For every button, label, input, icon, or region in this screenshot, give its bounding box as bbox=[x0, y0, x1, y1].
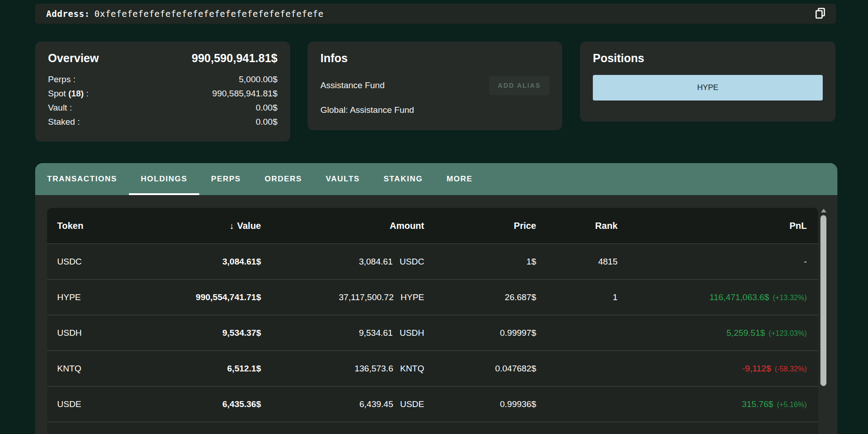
copy-icon bbox=[814, 6, 827, 21]
column-header-rank[interactable]: Rank bbox=[536, 221, 618, 231]
token-amount: 3,084.61USDC bbox=[261, 257, 424, 267]
token-amount: 37,117,500.72HYPE bbox=[261, 292, 424, 302]
position-hype-button[interactable]: HYPE bbox=[593, 75, 823, 101]
token-ticker: USDE bbox=[400, 399, 424, 409]
overview-total-value: 990,590,941.81$ bbox=[192, 52, 277, 65]
table-row-usde[interactable]: USDE 6,435.36$ 6,439.45USDE 0.99936$ 315… bbox=[47, 386, 818, 422]
token-ticker: USDH bbox=[399, 328, 424, 338]
token-rank: 4815 bbox=[536, 257, 618, 267]
tab-transactions[interactable]: TRANSACTIONS bbox=[35, 163, 129, 195]
token-price: 0.99997$ bbox=[424, 328, 536, 338]
token-amount: 6,439.45USDE bbox=[261, 399, 424, 409]
table-row-kntq[interactable]: KNTQ 6,512.1$ 136,573.6KNTQ 0.047682$ -9… bbox=[47, 350, 818, 386]
token-name: USDE bbox=[47, 399, 125, 409]
positions-title: Positions bbox=[593, 52, 823, 65]
spot-label: Spot (18) : bbox=[48, 86, 89, 101]
token-value: 3,084.61$ bbox=[125, 257, 261, 267]
token-pnl-percent: (-58.32%) bbox=[775, 365, 807, 373]
holdings-table: Token ↓Value Amount Price Rank PnL USDC … bbox=[47, 208, 818, 434]
token-ticker: KNTQ bbox=[400, 364, 424, 373]
token-name: HYPE bbox=[47, 292, 125, 302]
token-value: 6,435.36$ bbox=[125, 399, 261, 409]
table-row-partial bbox=[47, 422, 818, 434]
perps-value: 5,000.00$ bbox=[239, 72, 277, 86]
token-amount: 136,573.6KNTQ bbox=[261, 364, 424, 374]
token-price: 1$ bbox=[424, 257, 536, 267]
overview-row-perps: Perps : 5,000.00$ bbox=[48, 72, 277, 86]
column-header-value[interactable]: ↓Value bbox=[125, 221, 261, 231]
tab-holdings[interactable]: HOLDINGS bbox=[129, 163, 199, 195]
infos-card: Infos Assistance Fund ADD ALIAS Global: … bbox=[308, 42, 562, 130]
perps-label: Perps : bbox=[48, 72, 75, 86]
sort-descending-icon: ↓ bbox=[229, 221, 234, 231]
overview-row-spot: Spot (18) : 990,585,941.81$ bbox=[48, 86, 277, 101]
token-pnl: -9,112$(-58.32%) bbox=[618, 364, 818, 374]
token-price: 0.99936$ bbox=[424, 399, 536, 409]
table-row-hype[interactable]: HYPE 990,554,741.71$ 37,117,500.72HYPE 2… bbox=[47, 279, 818, 315]
infos-title: Infos bbox=[320, 52, 549, 65]
overview-card: Overview 990,590,941.81$ Perps : 5,000.0… bbox=[35, 42, 290, 142]
table-header-row: Token ↓Value Amount Price Rank PnL bbox=[47, 208, 818, 243]
column-header-pnl[interactable]: PnL bbox=[618, 221, 818, 231]
token-pnl-percent: (+13.32%) bbox=[773, 294, 807, 302]
scrollbar-thumb[interactable] bbox=[820, 215, 826, 386]
token-ticker: HYPE bbox=[400, 292, 424, 302]
table-row-usdc[interactable]: USDC 3,084.61$ 3,084.61USDC 1$ 4815 - bbox=[47, 243, 818, 279]
tab-bar: TRANSACTIONS HOLDINGS PERPS ORDERS VAULT… bbox=[35, 163, 837, 195]
table-row-usdh[interactable]: USDH 9,534.37$ 9,534.61USDH 0.99997$ 5,2… bbox=[47, 315, 818, 350]
tab-perps[interactable]: PERPS bbox=[199, 163, 253, 195]
column-header-token[interactable]: Token bbox=[47, 221, 125, 231]
token-value: 9,534.37$ bbox=[125, 328, 261, 338]
token-name: USDH bbox=[47, 328, 125, 338]
token-ticker: USDC bbox=[399, 257, 424, 266]
tab-staking[interactable]: STAKING bbox=[372, 163, 435, 195]
address-value: 0xfefefefefefefefefefefefefefefefefefefe… bbox=[95, 9, 324, 19]
overview-title: Overview bbox=[48, 52, 99, 65]
scroll-up-arrow-icon[interactable] bbox=[821, 209, 826, 212]
tab-more[interactable]: MORE bbox=[435, 163, 485, 195]
add-alias-button[interactable]: ADD ALIAS bbox=[489, 76, 549, 95]
token-price: 26.687$ bbox=[424, 292, 536, 302]
wallet-address: Address:0xfefefefefefefefefefefefefefefe… bbox=[46, 9, 324, 19]
overview-row-staked: Staked : 0.00$ bbox=[48, 115, 277, 129]
token-name: KNTQ bbox=[47, 364, 125, 374]
token-pnl: 315.76$(+5.16%) bbox=[618, 399, 818, 409]
account-name: Assistance Fund bbox=[320, 80, 384, 90]
vault-value: 0.00$ bbox=[256, 101, 277, 115]
column-header-amount[interactable]: Amount bbox=[261, 221, 424, 231]
address-label: Address: bbox=[46, 9, 90, 19]
overview-row-vault: Vault : 0.00$ bbox=[48, 101, 277, 115]
tab-orders[interactable]: ORDERS bbox=[253, 163, 314, 195]
column-header-price[interactable]: Price bbox=[424, 221, 536, 231]
vault-label: Vault : bbox=[48, 101, 72, 115]
table-scrollbar[interactable] bbox=[820, 209, 826, 434]
positions-card: Positions HYPE bbox=[580, 42, 836, 122]
token-name: USDC bbox=[47, 257, 125, 267]
staked-label: Staked : bbox=[48, 115, 80, 129]
global-alias-label: Global: Assistance Fund bbox=[320, 105, 549, 115]
token-rank: 1 bbox=[536, 292, 618, 302]
token-value: 990,554,741.71$ bbox=[125, 292, 261, 302]
token-pnl-percent: (+123.03%) bbox=[769, 329, 807, 337]
tab-vaults[interactable]: VAULTS bbox=[314, 163, 372, 195]
copy-address-button[interactable] bbox=[811, 5, 830, 23]
staked-value: 0.00$ bbox=[256, 115, 277, 129]
spot-value: 990,585,941.81$ bbox=[212, 86, 277, 101]
token-pnl: - bbox=[618, 257, 818, 267]
token-pnl: 116,471,063.6$(+13.32%) bbox=[618, 292, 818, 302]
main-panel: TRANSACTIONS HOLDINGS PERPS ORDERS VAULT… bbox=[35, 163, 837, 434]
token-price: 0.047682$ bbox=[424, 364, 536, 374]
token-value: 6,512.1$ bbox=[125, 364, 261, 374]
token-amount: 9,534.61USDH bbox=[261, 328, 424, 338]
address-bar: Address:0xfefefefefefefefefefefefefefefe… bbox=[35, 4, 836, 24]
token-pnl: 5,259.51$(+123.03%) bbox=[618, 328, 818, 338]
token-pnl-percent: (+5.16%) bbox=[777, 401, 807, 408]
